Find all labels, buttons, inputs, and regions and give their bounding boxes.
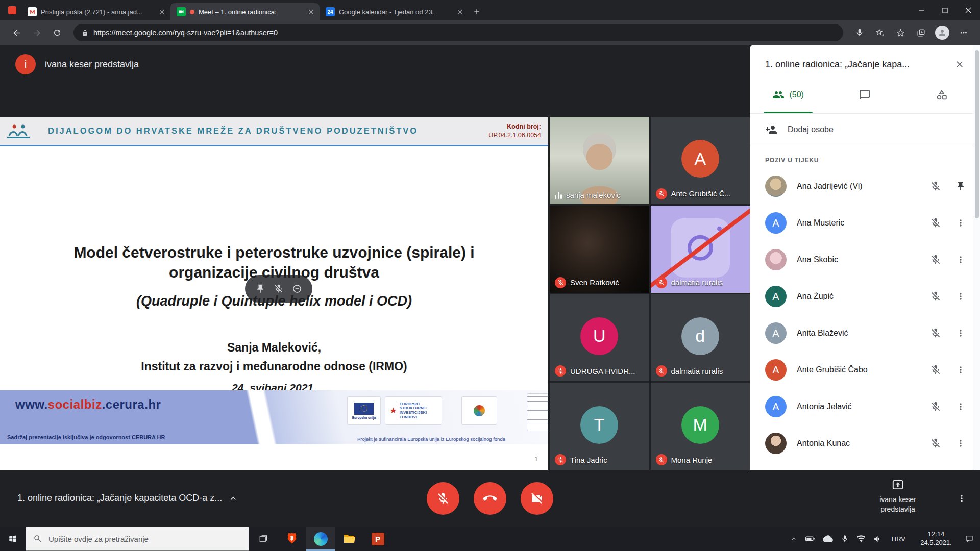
collections-icon[interactable]	[912, 24, 930, 41]
video-tile-dalmatia-logo[interactable]: dalmatia ruralis	[651, 206, 750, 293]
participant-row[interactable]: A Anita Blažević	[750, 315, 980, 352]
favorites-icon[interactable]	[891, 24, 910, 41]
notifications-icon[interactable]	[965, 534, 974, 543]
back-icon[interactable]	[7, 24, 26, 41]
browser-tab-meet[interactable]: Meet – 1. online radionica:	[170, 3, 320, 20]
scrollbar-thumb[interactable]	[975, 50, 979, 218]
tab-title: Meet – 1. online radionica:	[199, 8, 304, 16]
favorites-add-icon[interactable]	[871, 24, 889, 41]
speaking-indicator-icon	[555, 191, 562, 199]
participant-row[interactable]: A Ana Župić	[750, 278, 980, 315]
mic-off-icon	[656, 188, 667, 199]
onedrive-icon[interactable]	[823, 534, 833, 544]
browser-menu-icon[interactable]	[954, 24, 973, 41]
tray-expand-icon[interactable]	[790, 535, 797, 542]
tab-chat[interactable]	[826, 76, 903, 113]
video-tile-sanja[interactable]: sanja malekovic	[550, 117, 649, 204]
video-tile-dalmatia-d[interactable]: d dalmatia ruralis	[651, 294, 750, 382]
slide-footer-url: www.socialbiz.cerura.hr	[15, 397, 161, 412]
pin-icon[interactable]	[255, 284, 265, 294]
participant-name: Tina Jadric	[570, 456, 607, 464]
video-tile-tina[interactable]: T Tina Jadric	[550, 383, 649, 470]
slide-author: Sanja Maleković,	[0, 341, 548, 355]
mic-off-icon	[930, 364, 941, 375]
participant-name: Anita Blažević	[797, 329, 916, 338]
more-options-icon[interactable]	[955, 438, 966, 448]
tab-close-icon[interactable]	[159, 9, 165, 15]
close-button[interactable]	[957, 0, 980, 20]
more-options-icon[interactable]	[955, 328, 966, 338]
participant-row[interactable]: Ana Jadrijević (Vi)	[750, 168, 980, 205]
battery-icon[interactable]	[805, 534, 815, 544]
video-tile-mona[interactable]: M Mona Runje	[651, 383, 750, 470]
more-options-icon[interactable]	[955, 255, 966, 265]
more-options-icon[interactable]	[955, 402, 966, 412]
meeting-title-toggle[interactable]: 1. online radionica: „Jačanje kapaciteta…	[17, 470, 238, 527]
maximize-button[interactable]	[933, 0, 957, 20]
start-button[interactable]	[0, 527, 26, 551]
url-text[interactable]: https://meet.google.com/ryq-szru-vae?pli…	[93, 29, 278, 37]
task-view-button[interactable]	[249, 527, 278, 551]
shared-presentation[interactable]: DIJALOGOM DO HRVATSKE MREŽE ZA DRUŠTVENO…	[0, 117, 548, 470]
close-icon[interactable]	[954, 59, 965, 69]
project-logo	[6, 122, 40, 140]
volume-icon[interactable]	[873, 535, 882, 543]
participant-row[interactable]: A Ana Musteric	[750, 205, 980, 241]
browser-tab-gmail[interactable]: Pristigla pošta (2.721) - anna.jad...	[21, 3, 170, 20]
browser-toolbar: https://meet.google.com/ryq-szru-vae?pli…	[0, 20, 980, 45]
tray-mic-icon[interactable]	[841, 535, 849, 543]
pin-icon[interactable]	[955, 181, 966, 191]
add-people-button[interactable]: Dodaj osobe	[750, 114, 980, 145]
address-bar[interactable]: https://meet.google.com/ryq-szru-vae?pli…	[74, 24, 843, 41]
presenting-status[interactable]: ivana keser predstavlja	[860, 478, 936, 514]
taskbar-search[interactable]: Upišite ovdje za pretraživanje	[26, 527, 249, 551]
minimize-button[interactable]	[910, 0, 933, 20]
forward-icon[interactable]	[28, 24, 46, 41]
end-call-button[interactable]	[474, 482, 506, 515]
participant-avatar: A	[681, 140, 719, 178]
profile-avatar[interactable]	[935, 26, 949, 40]
clock[interactable]: 12:14 24.5.2021.	[915, 530, 957, 547]
tab-close-icon[interactable]	[308, 9, 314, 15]
mic-off-icon	[930, 254, 941, 265]
mic-off-icon[interactable]	[274, 284, 284, 294]
network-icon[interactable]	[856, 534, 866, 543]
mic-off-icon	[930, 181, 941, 192]
tile-hover-controls[interactable]	[245, 275, 312, 303]
more-options-icon[interactable]	[955, 365, 966, 375]
participant-avatar: M	[681, 406, 719, 444]
more-options-icon[interactable]	[957, 493, 967, 504]
tab-activities[interactable]	[903, 76, 980, 113]
refresh-icon[interactable]	[48, 24, 66, 41]
participant-row[interactable]: A Ante Grubišić Čabo	[750, 352, 980, 388]
pinned-tab-icon[interactable]	[8, 6, 16, 14]
browser-tab-calendar[interactable]: 24 Google kalendar - Tjedan od 23.	[320, 3, 469, 20]
edge-icon[interactable]	[306, 527, 335, 551]
screen: Pristigla pošta (2.721) - anna.jad... Me…	[0, 0, 980, 551]
clock-time: 12:14	[915, 530, 957, 539]
participant-name: Sven Ratković	[570, 278, 619, 287]
mic-off-icon	[930, 328, 941, 339]
brave-icon[interactable]	[278, 527, 306, 551]
participant-row[interactable]: Antonia Kunac	[750, 425, 980, 462]
remove-participant-icon[interactable]	[292, 284, 302, 294]
mic-toggle-button[interactable]	[427, 482, 459, 515]
participant-avatar	[765, 433, 787, 454]
participant-avatar: A	[765, 286, 787, 307]
video-tile-udruga[interactable]: U UDRUGA HVIDR...	[550, 294, 649, 382]
video-tile-ante[interactable]: A Ante Grubišić Č...	[651, 117, 750, 204]
video-tile-sven[interactable]: Sven Ratković	[550, 206, 649, 293]
camera-toggle-button[interactable]	[521, 482, 553, 515]
participant-row[interactable]: A Antonia Jelavić	[750, 388, 980, 425]
panel-scrollbar[interactable]	[973, 45, 980, 470]
mic-icon[interactable]	[850, 24, 869, 41]
powerpoint-icon[interactable]: P	[363, 527, 392, 551]
participant-row[interactable]: Ana Skobic	[750, 241, 980, 278]
more-options-icon[interactable]	[955, 291, 966, 302]
tab-people[interactable]: (50)	[750, 76, 826, 113]
file-explorer-icon[interactable]	[335, 527, 363, 551]
tab-close-icon[interactable]	[457, 9, 463, 15]
language-indicator[interactable]: HRV	[890, 535, 908, 543]
new-tab-button[interactable]	[473, 8, 481, 16]
more-options-icon[interactable]	[955, 218, 966, 228]
